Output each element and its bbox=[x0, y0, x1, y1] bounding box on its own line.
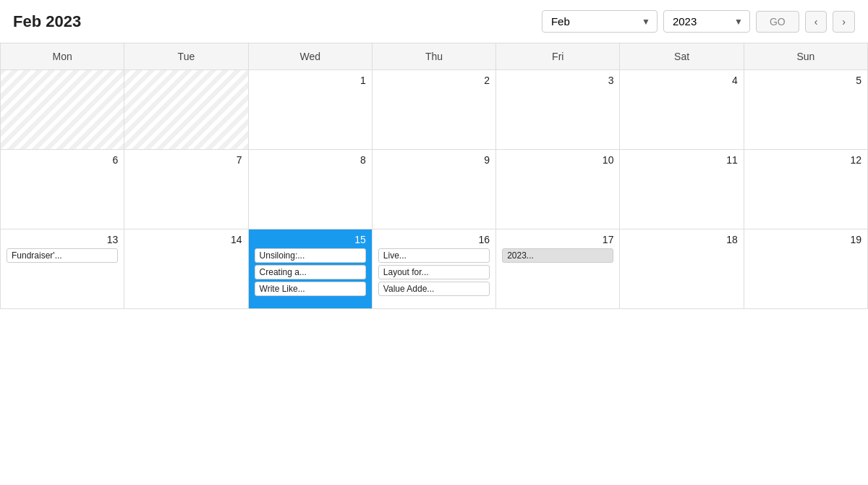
calendar-day-3[interactable]: 3 bbox=[496, 70, 620, 150]
calendar-day-1[interactable]: 1 bbox=[249, 70, 373, 150]
day-number: 2 bbox=[378, 75, 490, 86]
day-number: 12 bbox=[750, 154, 861, 166]
calendar-day-9[interactable]: 9 bbox=[373, 150, 496, 229]
day-number: 15 bbox=[255, 234, 366, 245]
day-number: 19 bbox=[750, 234, 861, 245]
day-header-tue: Tue bbox=[124, 43, 248, 70]
calendar-day-16[interactable]: 16Live...Layout for...Value Adde... bbox=[373, 229, 496, 309]
empty-cell bbox=[124, 70, 248, 150]
empty-cell bbox=[1, 70, 124, 150]
calendar-day-7[interactable]: 7 bbox=[124, 150, 248, 229]
day-number: 5 bbox=[750, 75, 861, 86]
day-number: 13 bbox=[7, 234, 118, 245]
day-header-fri: Fri bbox=[496, 43, 620, 70]
day-header-wed: Wed bbox=[249, 43, 373, 70]
next-button[interactable]: › bbox=[833, 11, 855, 33]
day-number: 6 bbox=[7, 154, 118, 166]
calendar-day-15[interactable]: 15Unsiloing:...Creating a...Write Like..… bbox=[249, 229, 373, 309]
calendar-day-10[interactable]: 10 bbox=[496, 150, 620, 229]
day-header-sat: Sat bbox=[620, 43, 744, 70]
day-header-mon: Mon bbox=[1, 43, 124, 70]
day-number: 3 bbox=[502, 75, 613, 86]
day-header-sun: Sun bbox=[744, 43, 868, 70]
event-chip[interactable]: Unsiloing:... bbox=[255, 248, 366, 263]
calendar-title: Feb 2023 bbox=[13, 12, 535, 31]
calendar-day-12[interactable]: 12 bbox=[744, 150, 868, 229]
calendar-days-header: MonTueWedThuFriSatSun bbox=[1, 43, 868, 70]
calendar-day-13[interactable]: 13Fundraiser'... bbox=[1, 229, 124, 309]
event-chip[interactable]: Value Adde... bbox=[378, 282, 490, 296]
calendar-day-8[interactable]: 8 bbox=[249, 150, 373, 229]
day-number: 16 bbox=[378, 234, 490, 245]
month-select[interactable]: JanFebMarAprMayJunJulAugSepOctNovDec bbox=[542, 10, 658, 33]
header-controls: JanFebMarAprMayJunJulAugSepOctNovDec ▼ 2… bbox=[542, 10, 855, 33]
event-chip[interactable]: Creating a... bbox=[255, 265, 366, 279]
calendar-day-5[interactable]: 5 bbox=[744, 70, 868, 150]
calendar-day-19[interactable]: 19 bbox=[744, 229, 868, 309]
calendar-day-14[interactable]: 14 bbox=[124, 229, 248, 309]
prev-button[interactable]: ‹ bbox=[805, 11, 827, 33]
calendar-day-6[interactable]: 6 bbox=[1, 150, 124, 229]
go-button[interactable]: GO bbox=[756, 11, 799, 33]
calendar-grid: 12345678910111213Fundraiser'...1415Unsil… bbox=[1, 70, 868, 309]
day-number: 4 bbox=[626, 75, 737, 86]
day-number: 8 bbox=[255, 154, 366, 166]
year-dropdown-wrapper: 20212022202320242025 ▼ bbox=[663, 10, 750, 33]
day-number: 17 bbox=[502, 234, 613, 245]
calendar-day-18[interactable]: 18 bbox=[620, 229, 744, 309]
calendar-day-11[interactable]: 11 bbox=[620, 150, 744, 229]
day-number: 7 bbox=[130, 154, 242, 166]
day-number: 14 bbox=[130, 234, 242, 245]
year-select[interactable]: 20212022202320242025 bbox=[663, 10, 750, 33]
day-number: 11 bbox=[626, 154, 737, 166]
event-chip[interactable]: 2023... bbox=[502, 248, 613, 263]
calendar-day-17[interactable]: 172023... bbox=[496, 229, 620, 309]
calendar-header: Feb 2023 JanFebMarAprMayJunJulAugSepOctN… bbox=[0, 0, 868, 43]
day-number: 9 bbox=[378, 154, 490, 166]
day-number: 10 bbox=[502, 154, 613, 166]
event-chip[interactable]: Fundraiser'... bbox=[7, 248, 118, 263]
calendar-day-4[interactable]: 4 bbox=[620, 70, 744, 150]
day-header-thu: Thu bbox=[373, 43, 496, 70]
month-dropdown-wrapper: JanFebMarAprMayJunJulAugSepOctNovDec ▼ bbox=[542, 10, 658, 33]
calendar-day-2[interactable]: 2 bbox=[373, 70, 496, 150]
event-chip[interactable]: Layout for... bbox=[378, 265, 490, 279]
day-number: 1 bbox=[255, 75, 366, 86]
calendar: MonTueWedThuFriSatSun 12345678910111213F… bbox=[0, 43, 868, 309]
event-chip[interactable]: Write Like... bbox=[255, 282, 366, 296]
event-chip[interactable]: Live... bbox=[378, 248, 490, 263]
day-number: 18 bbox=[626, 234, 737, 245]
